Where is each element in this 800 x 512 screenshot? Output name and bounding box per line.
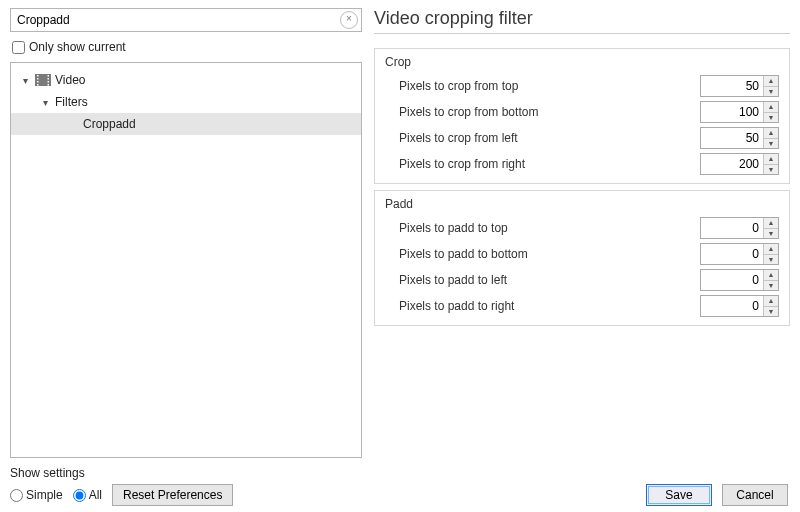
tree-node-video[interactable]: ▾ Video xyxy=(11,69,361,91)
reset-preferences-button[interactable]: Reset Preferences xyxy=(112,484,233,506)
page-title: Video cropping filter xyxy=(374,8,790,29)
show-settings-label: Show settings xyxy=(10,466,362,480)
svg-rect-5 xyxy=(48,75,50,77)
crop-top-input[interactable] xyxy=(701,76,763,96)
tree-node-croppadd-label: Croppadd xyxy=(83,117,136,131)
only-show-current-input[interactable] xyxy=(12,41,25,54)
spin-up-icon[interactable]: ▲ xyxy=(764,218,778,229)
padd-left-spinner[interactable]: ▲▼ xyxy=(700,269,779,291)
spin-down-icon[interactable]: ▼ xyxy=(764,281,778,291)
spinner-buttons[interactable]: ▲▼ xyxy=(763,154,778,174)
video-icon xyxy=(35,73,51,87)
svg-rect-7 xyxy=(48,81,50,83)
svg-rect-8 xyxy=(48,84,50,86)
spin-up-icon[interactable]: ▲ xyxy=(764,128,778,139)
spin-down-icon[interactable]: ▼ xyxy=(764,139,778,149)
crop-bottom-input[interactable] xyxy=(701,102,763,122)
radio-all-label: All xyxy=(89,488,102,502)
padd-right-spinner[interactable]: ▲▼ xyxy=(700,295,779,317)
crop-bottom-spinner[interactable]: ▲▼ xyxy=(700,101,779,123)
crop-left-row: Pixels to crop from left ▲▼ xyxy=(375,125,789,151)
padd-bottom-spinner[interactable]: ▲▼ xyxy=(700,243,779,265)
spinner-buttons[interactable]: ▲▼ xyxy=(763,76,778,96)
spin-up-icon[interactable]: ▲ xyxy=(764,102,778,113)
padd-left-input[interactable] xyxy=(701,270,763,290)
svg-rect-6 xyxy=(48,78,50,80)
crop-top-spinner[interactable]: ▲▼ xyxy=(700,75,779,97)
spin-down-icon[interactable]: ▼ xyxy=(764,255,778,265)
crop-bottom-label: Pixels to crop from bottom xyxy=(399,105,538,119)
clear-search-icon[interactable]: × xyxy=(340,11,358,29)
tree-node-filters[interactable]: ▾ Filters xyxy=(11,91,361,113)
svg-rect-1 xyxy=(37,75,39,77)
preferences-tree[interactable]: ▾ Video ▾ xyxy=(10,62,362,458)
spinner-buttons[interactable]: ▲▼ xyxy=(763,218,778,238)
spin-up-icon[interactable]: ▲ xyxy=(764,244,778,255)
spin-down-icon[interactable]: ▼ xyxy=(764,87,778,97)
chevron-down-icon[interactable]: ▾ xyxy=(19,75,31,86)
svg-rect-4 xyxy=(37,84,39,86)
left-panel: × Only show current ▾ xyxy=(10,8,362,506)
crop-left-label: Pixels to crop from left xyxy=(399,131,518,145)
show-settings-row: Simple All Reset Preferences xyxy=(10,484,362,506)
tree-node-croppadd[interactable]: Croppadd xyxy=(11,113,361,135)
spin-up-icon[interactable]: ▲ xyxy=(764,76,778,87)
crop-right-label: Pixels to crop from right xyxy=(399,157,525,171)
title-separator xyxy=(374,33,790,34)
padd-bottom-row: Pixels to padd to bottom ▲▼ xyxy=(375,241,789,267)
padd-top-input[interactable] xyxy=(701,218,763,238)
crop-right-row: Pixels to crop from right ▲▼ xyxy=(375,151,789,177)
svg-rect-3 xyxy=(37,81,39,83)
spin-down-icon[interactable]: ▼ xyxy=(764,229,778,239)
dialog-buttons: Save Cancel xyxy=(374,478,790,506)
crop-left-spinner[interactable]: ▲▼ xyxy=(700,127,779,149)
show-settings-radio-group: Simple All xyxy=(10,488,102,502)
spin-down-icon[interactable]: ▼ xyxy=(764,113,778,123)
spin-down-icon[interactable]: ▼ xyxy=(764,307,778,317)
crop-right-input[interactable] xyxy=(701,154,763,174)
padd-left-row: Pixels to padd to left ▲▼ xyxy=(375,267,789,293)
search-input[interactable] xyxy=(15,12,339,28)
crop-left-input[interactable] xyxy=(701,128,763,148)
spin-up-icon[interactable]: ▲ xyxy=(764,270,778,281)
padd-right-row: Pixels to padd to right ▲▼ xyxy=(375,293,789,319)
padd-bottom-input[interactable] xyxy=(701,244,763,264)
crop-right-spinner[interactable]: ▲▼ xyxy=(700,153,779,175)
radio-simple-label: Simple xyxy=(26,488,63,502)
padd-right-input[interactable] xyxy=(701,296,763,316)
spinner-buttons[interactable]: ▲▼ xyxy=(763,296,778,316)
padd-top-label: Pixels to padd to top xyxy=(399,221,508,235)
spinner-buttons[interactable]: ▲▼ xyxy=(763,128,778,148)
tree-node-filters-label: Filters xyxy=(55,95,88,109)
spinner-buttons[interactable]: ▲▼ xyxy=(763,102,778,122)
group-padd: Padd Pixels to padd to top ▲▼ Pixels to … xyxy=(374,190,790,326)
padd-bottom-label: Pixels to padd to bottom xyxy=(399,247,528,261)
spin-up-icon[interactable]: ▲ xyxy=(764,296,778,307)
spin-down-icon[interactable]: ▼ xyxy=(764,165,778,175)
crop-bottom-row: Pixels to crop from bottom ▲▼ xyxy=(375,99,789,125)
only-show-current-label: Only show current xyxy=(29,40,126,54)
padd-left-label: Pixels to padd to left xyxy=(399,273,507,287)
spinner-buttons[interactable]: ▲▼ xyxy=(763,270,778,290)
chevron-down-icon[interactable]: ▾ xyxy=(39,97,51,108)
padd-top-row: Pixels to padd to top ▲▼ xyxy=(375,215,789,241)
cancel-button[interactable]: Cancel xyxy=(722,484,788,506)
group-padd-title: Padd xyxy=(375,191,789,215)
left-footer: Show settings Simple All Reset Preferenc… xyxy=(10,466,362,506)
radio-all-input[interactable] xyxy=(73,489,86,502)
padd-right-label: Pixels to padd to right xyxy=(399,299,514,313)
save-button[interactable]: Save xyxy=(646,484,712,506)
show-settings-all[interactable]: All xyxy=(73,488,102,502)
spinner-buttons[interactable]: ▲▼ xyxy=(763,244,778,264)
show-settings-simple[interactable]: Simple xyxy=(10,488,63,502)
tree-node-video-label: Video xyxy=(55,73,85,87)
radio-simple-input[interactable] xyxy=(10,489,23,502)
right-panel: Video cropping filter Crop Pixels to cro… xyxy=(374,8,790,506)
spin-up-icon[interactable]: ▲ xyxy=(764,154,778,165)
search-field-wrap: × xyxy=(10,8,362,32)
only-show-current-checkbox[interactable]: Only show current xyxy=(12,36,362,58)
crop-top-row: Pixels to crop from top ▲▼ xyxy=(375,73,789,99)
padd-top-spinner[interactable]: ▲▼ xyxy=(700,217,779,239)
group-crop: Crop Pixels to crop from top ▲▼ Pixels t… xyxy=(374,48,790,184)
crop-top-label: Pixels to crop from top xyxy=(399,79,518,93)
